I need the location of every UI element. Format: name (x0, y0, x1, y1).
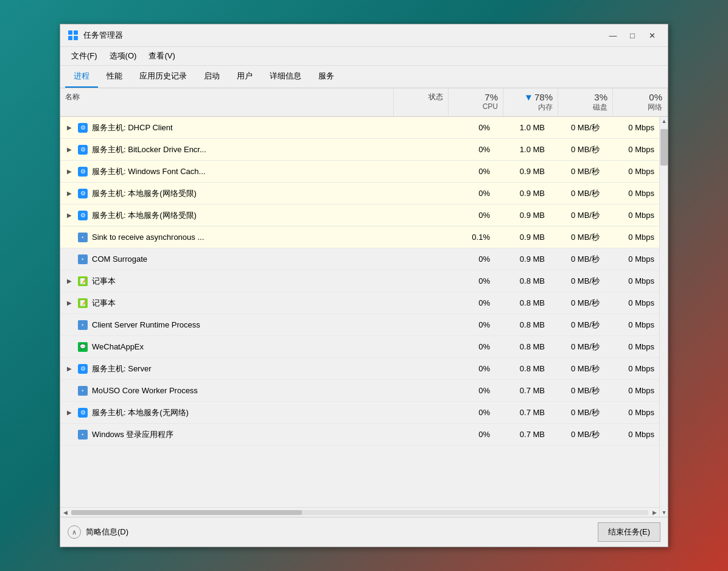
process-icon: ⚙ (77, 188, 88, 199)
hscroll-left-arrow[interactable]: ◀ (60, 508, 70, 517)
network-cell: 0 Mbps (604, 208, 659, 222)
table-row[interactable]: ▶⚙服务主机: BitLocker Drive Encr...0%1.0 MB0… (60, 139, 659, 161)
expand-button[interactable]: ▶ (65, 277, 74, 286)
table-row[interactable]: ▶📝记事本0%0.8 MB0 MB/秒0 Mbps (60, 292, 659, 314)
end-task-button[interactable]: 结束任务(E) (598, 522, 660, 542)
name-cell: ▶⚙服务主机: 本地服务(网络受限) (60, 208, 385, 223)
vscroll-down-arrow[interactable]: ▼ (660, 508, 668, 517)
hscroll-track[interactable] (71, 510, 648, 515)
tab-performance[interactable]: 性能 (98, 66, 131, 88)
network-cell: 0 Mbps (604, 340, 659, 354)
status-expand-button[interactable]: ∧ (68, 525, 81, 539)
hscroll-right-arrow[interactable]: ▶ (649, 508, 659, 517)
name-cell: 💬WeChatAppEx (60, 339, 385, 355)
table-row[interactable]: ▪Client Server Runtime Process0%0.8 MB0 … (60, 314, 659, 336)
maximize-button[interactable]: □ (624, 29, 641, 41)
proc-icon: ▪ (78, 254, 88, 264)
disk-cell: 0 MB/秒 (550, 120, 604, 136)
tab-services[interactable]: 服务 (310, 66, 343, 88)
process-icon: ⚙ (77, 166, 88, 177)
status-cell (385, 213, 440, 218)
status-cell (385, 410, 440, 415)
tab-app-history[interactable]: 应用历史记录 (131, 66, 195, 88)
table-row[interactable]: ▶⚙服务主机: 本地服务(无网络)0%0.7 MB0 MB/秒0 Mbps (60, 402, 659, 424)
svg-rect-1 (74, 30, 78, 35)
cpu-cell: 0% (440, 405, 495, 419)
wechat-icon: 💬 (78, 342, 88, 352)
status-cell (385, 279, 440, 284)
expand-button[interactable]: ▶ (65, 189, 74, 198)
horizontal-scrollbar[interactable]: ◀ ▶ (60, 507, 659, 517)
col-header-status[interactable]: 状态 (394, 88, 449, 116)
table-row[interactable]: ▶⚙服务主机: Server0%0.8 MB0 MB/秒0 Mbps (60, 358, 659, 380)
menu-view[interactable]: 查看(V) (142, 48, 181, 64)
table-row[interactable]: ▪MoUSO Core Worker Process0%0.7 MB0 MB/秒… (60, 380, 659, 402)
table-row[interactable]: ▶⚙服务主机: 本地服务(网络受限)0%0.9 MB0 MB/秒0 Mbps (60, 183, 659, 205)
tab-details[interactable]: 详细信息 (261, 66, 310, 88)
expand-button[interactable]: ▶ (65, 211, 74, 220)
expand-button[interactable]: ▶ (65, 145, 74, 154)
process-icon: ▪ (77, 254, 88, 265)
process-name: COM Surrogate (92, 254, 147, 264)
expand-button[interactable]: ▶ (65, 124, 74, 132)
process-name: 服务主机: Server (92, 363, 152, 374)
proc-icon: ▪ (78, 233, 88, 242)
tab-startup[interactable]: 启动 (195, 66, 228, 88)
network-cell: 0 Mbps (604, 186, 659, 200)
tab-bar: 进程 性能 应用历史记录 启动 用户 详细信息 服务 (60, 66, 668, 88)
expand-button[interactable]: ▶ (65, 167, 74, 176)
process-name: MoUSO Core Worker Process (92, 386, 198, 395)
name-cell: ▪COM Surrogate (60, 251, 385, 267)
process-icon: 📝 (77, 276, 88, 287)
col-header-cpu[interactable]: 7% CPU (449, 88, 503, 116)
tab-users[interactable]: 用户 (228, 66, 261, 88)
col-header-memory[interactable]: ▼78% 内存 (503, 88, 558, 116)
expand-button[interactable]: ▶ (65, 299, 74, 307)
window-title: 任务管理器 (83, 30, 123, 41)
close-button[interactable]: ✕ (643, 29, 660, 41)
status-cell (385, 169, 440, 174)
table-row[interactable]: ▶⚙服务主机: DHCP Client0%1.0 MB0 MB/秒0 Mbps (60, 117, 659, 139)
name-cell: ▪Sink to receive asynchronous ... (60, 229, 385, 245)
status-text[interactable]: 简略信息(D) (86, 527, 128, 538)
menu-file[interactable]: 文件(F) (65, 48, 103, 64)
col-header-disk[interactable]: 3% 磁盘 (558, 88, 613, 116)
col-header-name[interactable]: 名称 (60, 88, 394, 116)
status-cell (385, 257, 440, 262)
memory-cell: 0.9 MB (495, 208, 550, 222)
cpu-cell: 0% (440, 340, 495, 354)
disk-cell: 0 MB/秒 (550, 361, 604, 377)
memory-cell: 0.9 MB (495, 230, 550, 244)
table-row[interactable]: 💬WeChatAppEx0%0.8 MB0 MB/秒0 Mbps (60, 336, 659, 358)
process-icon: ▪ (77, 429, 88, 440)
tab-processes[interactable]: 进程 (65, 66, 98, 88)
minimize-button[interactable]: — (604, 29, 621, 41)
vscroll-thumb[interactable] (660, 129, 668, 166)
vscroll-up-arrow[interactable]: ▲ (660, 117, 668, 125)
proc-icon: ▪ (78, 430, 88, 440)
process-icon: ▪ (77, 385, 88, 396)
status-left: ∧ 简略信息(D) (68, 525, 128, 539)
vertical-scrollbar[interactable]: ▲ ▼ (659, 117, 668, 517)
process-icon: ▪ (77, 320, 88, 331)
process-name: 服务主机: BitLocker Drive Encr... (92, 144, 206, 155)
menu-options[interactable]: 选项(O) (103, 48, 143, 64)
expand-button[interactable]: ▶ (65, 408, 74, 417)
table-row[interactable]: ▶⚙服务主机: 本地服务(网络受限)0%0.9 MB0 MB/秒0 Mbps (60, 205, 659, 226)
cpu-cell: 0.1% (440, 230, 495, 244)
table-row[interactable]: ▪COM Surrogate0%0.9 MB0 MB/秒0 Mbps (60, 248, 659, 270)
process-name: Client Server Runtime Process (92, 320, 200, 329)
memory-cell: 0.8 MB (495, 296, 550, 310)
hscroll-thumb[interactable] (71, 510, 302, 515)
table-row[interactable]: ▪Sink to receive asynchronous ...0.1%0.9… (60, 226, 659, 248)
col-header-network[interactable]: 0% 网络 (613, 88, 668, 116)
expand-button[interactable]: ▶ (65, 365, 74, 373)
network-cell: 0 Mbps (604, 318, 659, 332)
name-cell: ▪Client Server Runtime Process (60, 317, 385, 333)
name-cell: ▶📝记事本 (60, 295, 385, 311)
table-row[interactable]: ▶📝记事本0%0.8 MB0 MB/秒0 Mbps (60, 270, 659, 292)
memory-cell: 0.7 MB (495, 427, 550, 441)
table-row[interactable]: ▪Windows 登录应用程序0%0.7 MB0 MB/秒0 Mbps (60, 424, 659, 446)
memory-cell: 0.8 MB (495, 318, 550, 332)
table-row[interactable]: ▶⚙服务主机: Windows Font Cach...0%0.9 MB0 MB… (60, 161, 659, 183)
